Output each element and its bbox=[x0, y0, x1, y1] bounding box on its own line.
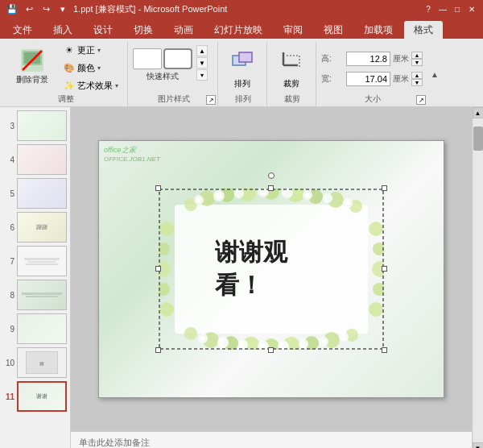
scroll-thumb[interactable] bbox=[473, 127, 483, 151]
color-btn[interactable]: 🎨 颜色 ▾ bbox=[60, 60, 122, 77]
notes-bar[interactable]: 单击此处添加备注 bbox=[71, 431, 472, 448]
style-down-arrow[interactable]: ▼ bbox=[196, 57, 208, 68]
crop-icon bbox=[280, 49, 303, 77]
arrange-btn[interactable]: 排列 bbox=[223, 45, 262, 93]
tab-animations[interactable]: 动画 bbox=[164, 21, 203, 39]
redo-qat-btn[interactable]: ↪ bbox=[39, 2, 53, 16]
rotate-handle[interactable] bbox=[268, 172, 275, 179]
arrange-content: 排列 bbox=[223, 42, 262, 93]
scroll-up-btn[interactable]: ▲ bbox=[473, 107, 484, 118]
slide-thumb-4[interactable]: 4 bbox=[3, 144, 67, 175]
resize-handle-tc[interactable] bbox=[268, 185, 274, 191]
size-content: 高: 厘米 ▲ ▼ 宽: 厘米 ▲ ▼ bbox=[321, 42, 423, 93]
svg-point-26 bbox=[323, 193, 332, 203]
correction-btn[interactable]: ☀ 更正 ▾ bbox=[60, 42, 122, 59]
canvas-area: office之家 OFFICE.JOB1.NET bbox=[71, 107, 472, 448]
style-expand-arrow[interactable]: ▾ bbox=[196, 69, 208, 81]
close-btn[interactable]: ✕ bbox=[465, 3, 478, 15]
quick-style-preview-2[interactable] bbox=[163, 48, 192, 69]
resize-handle-mr[interactable] bbox=[382, 266, 387, 272]
scroll-track[interactable] bbox=[473, 118, 483, 442]
size-expand[interactable]: ↗ bbox=[416, 95, 426, 105]
slide-thumb-11[interactable]: 11 谢谢 bbox=[3, 381, 67, 412]
slide-preview-4 bbox=[17, 144, 67, 175]
slide-thumb-6[interactable]: 6 謝謝 bbox=[3, 212, 67, 243]
svg-point-49 bbox=[159, 302, 174, 317]
slide-thumb-9[interactable]: 9 bbox=[3, 313, 67, 344]
slide-thumb-8[interactable]: 8 bbox=[3, 280, 67, 310]
tab-format[interactable]: 格式 bbox=[404, 21, 443, 39]
crop-btn[interactable]: 裁剪 bbox=[272, 45, 311, 93]
style-scroll-arrows: ▲ ▼ ▾ bbox=[196, 45, 208, 81]
width-label: 宽: bbox=[321, 73, 344, 85]
height-up[interactable]: ▲ bbox=[411, 52, 423, 59]
size-inputs: 高: 厘米 ▲ ▼ 宽: 厘米 ▲ ▼ bbox=[321, 45, 423, 89]
height-down[interactable]: ▼ bbox=[411, 59, 423, 66]
watermark-line2: OFFICE.JOB1.NET bbox=[104, 156, 160, 164]
height-input[interactable] bbox=[346, 52, 390, 66]
svg-point-54 bbox=[369, 302, 383, 317]
slide-main-text: 谢谢观看！ bbox=[215, 236, 328, 302]
slide-thumb-3[interactable]: 3 bbox=[3, 110, 67, 141]
crop-label: 裁剪 bbox=[283, 78, 299, 89]
title-bar: 💾 ↩ ↪ ▾ 1.ppt [兼容模式] - Microsoft PowerPo… bbox=[0, 0, 483, 18]
delete-background-button[interactable]: 删除背景 bbox=[8, 42, 56, 90]
ribbon-group-picture-styles: 快速样式 ▲ ▼ ▾ 图片样式 ↗ bbox=[130, 42, 218, 106]
picture-styles-expand[interactable]: ↗ bbox=[206, 95, 216, 105]
ribbon-tabs: 文件 插入 设计 切换 动画 幻灯片放映 审阅 视图 加载项 格式 bbox=[0, 18, 483, 39]
tab-design[interactable]: 设计 bbox=[84, 21, 122, 39]
delete-bg-icon bbox=[19, 48, 45, 73]
undo-qat-btn[interactable]: ↩ bbox=[22, 2, 36, 16]
tab-file[interactable]: 文件 bbox=[3, 21, 42, 39]
slide-thumb-5[interactable]: 5 bbox=[3, 178, 67, 209]
art-effects-icon: ✨ bbox=[64, 81, 75, 92]
ribbon-collapse-btn[interactable]: ▲ bbox=[429, 42, 440, 106]
resize-handle-tr[interactable] bbox=[382, 185, 387, 191]
art-effects-arrow: ▾ bbox=[115, 82, 118, 89]
scroll-down-btn[interactable]: ▼ bbox=[473, 442, 484, 448]
svg-rect-5 bbox=[239, 52, 252, 62]
style-up-arrow[interactable]: ▲ bbox=[196, 45, 208, 56]
watermark-line1: office之家 bbox=[104, 146, 160, 156]
size-group-label: 大小 bbox=[318, 93, 427, 105]
quick-style-preview-1[interactable] bbox=[133, 48, 162, 69]
minimize-btn[interactable]: — bbox=[436, 3, 449, 15]
save-qat-btn[interactable]: 💾 bbox=[5, 2, 19, 16]
slide-preview-9 bbox=[17, 313, 67, 344]
slide-preview-6: 謝謝 bbox=[17, 212, 67, 243]
width-input[interactable] bbox=[346, 72, 390, 86]
resize-handle-bl[interactable] bbox=[155, 347, 161, 353]
main-area: 3 4 5 6 謝謝 7 8 bbox=[0, 107, 483, 448]
resize-handle-bc[interactable] bbox=[268, 347, 274, 353]
help-btn[interactable]: ? bbox=[422, 3, 435, 15]
correction-label: 更正 bbox=[77, 44, 95, 56]
slide-thumb-7[interactable]: 7 bbox=[3, 246, 67, 276]
tab-addins[interactable]: 加载项 bbox=[354, 21, 402, 39]
svg-point-48 bbox=[159, 283, 170, 296]
color-icon: 🎨 bbox=[64, 63, 75, 74]
maximize-btn[interactable]: □ bbox=[451, 3, 464, 15]
tab-view[interactable]: 视图 bbox=[314, 21, 353, 39]
qat-dropdown-btn[interactable]: ▾ bbox=[56, 2, 70, 16]
slide-thumb-10[interactable]: 10 ▦ bbox=[3, 347, 67, 378]
tab-review[interactable]: 审阅 bbox=[274, 21, 312, 39]
svg-point-58 bbox=[304, 192, 311, 198]
art-effects-btn[interactable]: ✨ 艺术效果 ▾ bbox=[60, 77, 122, 94]
tab-slideshow[interactable]: 幻灯片放映 bbox=[204, 21, 272, 39]
quick-styles-btn[interactable]: 快速样式 bbox=[133, 71, 192, 82]
resize-handle-br[interactable] bbox=[382, 347, 387, 353]
slide-preview-10: ▦ bbox=[17, 347, 67, 378]
tab-transitions[interactable]: 切换 bbox=[124, 21, 163, 39]
resize-handle-tl[interactable] bbox=[155, 185, 161, 191]
tab-insert[interactable]: 插入 bbox=[43, 21, 82, 39]
resize-handle-ml[interactable] bbox=[155, 266, 161, 272]
selected-image[interactable]: 谢谢观看！ bbox=[159, 189, 384, 350]
slide-canvas[interactable]: office之家 OFFICE.JOB1.NET bbox=[98, 140, 444, 398]
arrange-group-label: 排列 bbox=[220, 93, 266, 105]
width-down[interactable]: ▼ bbox=[411, 79, 423, 86]
slide-preview-5 bbox=[17, 178, 67, 209]
svg-point-60 bbox=[200, 335, 206, 342]
svg-point-51 bbox=[373, 243, 384, 255]
svg-point-62 bbox=[320, 338, 327, 345]
width-up[interactable]: ▲ bbox=[411, 72, 423, 79]
